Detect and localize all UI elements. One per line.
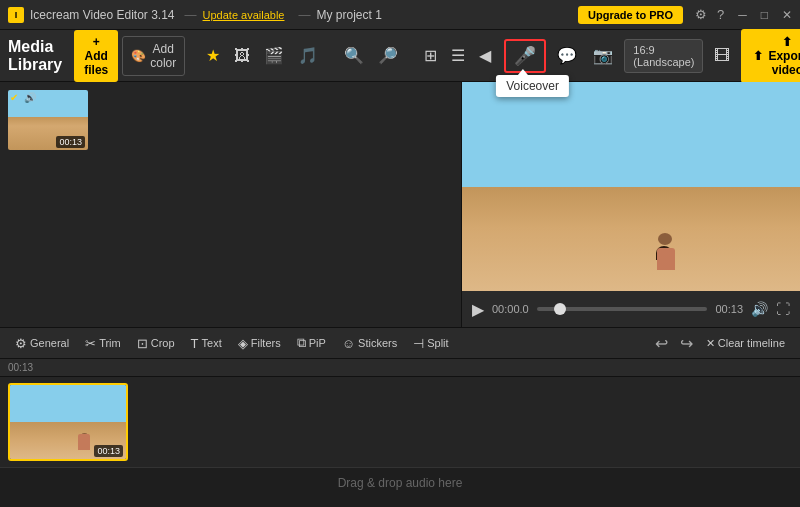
add-color-label: Add color — [150, 42, 176, 70]
upgrade-button[interactable]: Upgrade to PRO — [578, 6, 683, 24]
clear-icon: ✕ — [706, 337, 715, 350]
progress-thumb[interactable] — [554, 303, 566, 315]
filters-label: Filters — [251, 337, 281, 349]
star-filter-button[interactable]: ★ — [201, 42, 225, 69]
stickers-button[interactable]: ☺ Stickers — [335, 332, 404, 355]
stickers-label: Stickers — [358, 337, 397, 349]
filters-icon: ◈ — [238, 336, 248, 351]
redo-button[interactable]: ↪ — [676, 332, 697, 355]
export-icon: ⬆ — [753, 49, 763, 63]
timeline-tracks: 00:13 Drag & drop audio here — [0, 377, 800, 506]
update-link[interactable]: Update available — [203, 9, 285, 21]
minimize-button[interactable]: ─ — [738, 8, 747, 22]
undo-button[interactable]: ↩ — [651, 332, 672, 355]
split-label: Split — [427, 337, 448, 349]
general-icon: ⚙ — [15, 336, 27, 351]
right-toolbar: 🎤 Voiceover 💬 📷 16:9 (Landscape) 🎞 ⬆ ⬆ E… — [504, 29, 800, 83]
voiceover-area: 🎤 Voiceover — [504, 39, 546, 73]
list-view-button[interactable]: ☰ — [446, 42, 470, 69]
palette-icon: 🎨 — [131, 49, 146, 63]
clear-timeline-label: Clear timeline — [718, 337, 785, 349]
split-icon: ⊣ — [413, 336, 424, 351]
media-thumbnail[interactable]: ✔ 🔊 00:13 — [8, 90, 88, 150]
total-time: 00:13 — [715, 303, 743, 315]
camera-button[interactable]: 📷 — [588, 42, 618, 69]
media-panel: ✔ 🔊 00:13 — [0, 82, 462, 327]
edit-toolbar: ⚙ General ✂ Trim ⊡ Crop T Text ◈ Filters… — [0, 327, 800, 359]
ratio-label[interactable]: 16:9 (Landscape) — [624, 39, 703, 73]
audio-filter-button[interactable]: 🎵 — [293, 42, 323, 69]
export-label: ⬆ Export video — [768, 35, 800, 77]
split-button[interactable]: ⊣ Split — [406, 332, 455, 355]
preview-panel: ▶ 00:00.0 00:13 🔊 ⛶ — [462, 82, 800, 327]
current-time: 00:00.0 — [492, 303, 529, 315]
zoom-out-button[interactable]: 🔍 — [339, 42, 369, 69]
collapse-button[interactable]: ◀ — [474, 42, 496, 69]
add-color-button[interactable]: 🎨 Add color — [122, 36, 185, 76]
figure-head — [658, 233, 672, 245]
text-button[interactable]: T Text — [184, 332, 229, 355]
play-button[interactable]: ▶ — [472, 300, 484, 319]
project-name: My project 1 — [316, 8, 578, 22]
video-placeholder — [462, 82, 800, 291]
trim-button[interactable]: ✂ Trim — [78, 332, 128, 355]
close-button[interactable]: ✕ — [782, 8, 792, 22]
zoom-in-button[interactable]: 🔎 — [373, 42, 403, 69]
general-label: General — [30, 337, 69, 349]
app-title: Icecream Video Editor 3.14 — [30, 8, 175, 22]
trim-label: Trim — [99, 337, 121, 349]
volume-icon[interactable]: 🔊 — [751, 301, 768, 317]
title-bar: I Icecream Video Editor 3.14 — Update av… — [0, 0, 800, 30]
video-filter-button[interactable]: 🎬 — [259, 42, 289, 69]
help-icon[interactable]: ? — [717, 7, 724, 22]
settings-icon[interactable]: ⚙ — [695, 7, 707, 22]
timeline-clip[interactable]: 00:13 — [8, 383, 128, 461]
progress-bar[interactable] — [537, 307, 708, 311]
timeline-ruler: 00:13 — [0, 359, 800, 377]
pip-icon: ⧉ — [297, 335, 306, 351]
figure-body — [657, 248, 675, 270]
thumbnail-duration: 00:13 — [56, 136, 85, 148]
text-icon: T — [191, 336, 199, 351]
video-preview — [462, 82, 800, 291]
crop-button[interactable]: ⊡ Crop — [130, 332, 182, 355]
image-filter-button[interactable]: 🖼 — [229, 43, 255, 69]
grid-view-button[interactable]: ⊞ — [419, 42, 442, 69]
export-button[interactable]: ⬆ ⬆ Export video — [741, 29, 800, 83]
maximize-button[interactable]: □ — [761, 8, 768, 22]
filters-button[interactable]: ◈ Filters — [231, 332, 288, 355]
text-label: Text — [202, 337, 222, 349]
audio-drop-text: Drag & drop audio here — [338, 476, 463, 490]
undo-redo-group: ↩ ↪ — [651, 332, 697, 355]
subtitle-button[interactable]: 💬 — [552, 42, 582, 69]
clip-figure-body — [78, 434, 90, 450]
media-library-title: Media Library — [8, 38, 62, 74]
fullscreen-icon[interactable]: ⛶ — [776, 301, 790, 317]
crop-icon: ⊡ — [137, 336, 148, 351]
filmstrip-button[interactable]: 🎞 — [709, 43, 735, 69]
voiceover-tooltip: Voiceover — [496, 75, 569, 97]
title-separator2: — — [298, 8, 310, 22]
main-toolbar: Media Library + Add files 🎨 Add color ★ … — [0, 30, 800, 82]
pip-label: PiP — [309, 337, 326, 349]
title-icon-bar: ⚙ ? — [695, 7, 724, 22]
clip-duration: 00:13 — [94, 445, 123, 457]
general-button[interactable]: ⚙ General — [8, 332, 76, 355]
timeline: 00:13 00:13 Drag & drop audio here — [0, 359, 800, 506]
app-logo: I — [8, 7, 24, 23]
stickers-icon: ☺ — [342, 336, 355, 351]
title-separator1: — — [185, 8, 197, 22]
add-files-button[interactable]: + Add files — [74, 30, 118, 82]
audio-track: Drag & drop audio here — [0, 467, 800, 497]
main-area: ✔ 🔊 00:13 ▶ 00:00.0 00:13 🔊 ⛶ — [0, 82, 800, 327]
pip-button[interactable]: ⧉ PiP — [290, 331, 333, 355]
voiceover-button[interactable]: 🎤 — [504, 39, 546, 73]
ruler-time-label: 00:13 — [8, 362, 33, 373]
clear-timeline-button[interactable]: ✕ Clear timeline — [699, 333, 792, 354]
check-icon: ✔ — [10, 92, 18, 103]
window-controls: ─ □ ✕ — [738, 8, 792, 22]
logo-letter: I — [15, 10, 18, 20]
trim-icon: ✂ — [85, 336, 96, 351]
preview-controls: ▶ 00:00.0 00:13 🔊 ⛶ — [462, 291, 800, 327]
crop-label: Crop — [151, 337, 175, 349]
